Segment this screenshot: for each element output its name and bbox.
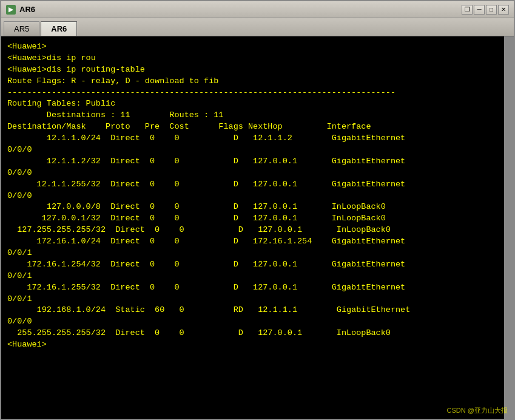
terminal-line: Routing Tables: Public (7, 98, 498, 110)
terminal-line: Destinations : 11 Routes : 11 (7, 110, 498, 121)
terminal-line: 0/0/0 (7, 316, 498, 328)
watermark: CSDN @亚力山大报 (447, 406, 508, 415)
maximize-button[interactable]: □ (486, 5, 497, 15)
terminal-line: 0/0/0 (7, 144, 498, 156)
terminal-line: 255.255.255.255/32 Direct 0 0 D 127.0.0.… (7, 328, 498, 339)
title-bar-buttons: ❐ ─ □ ✕ (462, 5, 509, 15)
tab-ar6[interactable]: AR6 (41, 21, 77, 36)
terminal-line: 127.255.255.255/32 Direct 0 0 D 127.0.0.… (7, 225, 498, 236)
minimize-button[interactable]: ─ (474, 5, 485, 15)
terminal-line: Route Flags: R - relay, D - download to … (7, 76, 498, 87)
tabs-bar: AR5 AR6 (1, 18, 514, 36)
terminal-line: <Huawei>dis ip rou (7, 53, 498, 64)
main-window: ▶ AR6 ❐ ─ □ ✕ AR5 AR6 <Huawei><Huawei>di… (0, 0, 515, 420)
terminal-line: <Huawei>dis ip routing-table (7, 64, 498, 76)
terminal-line: 172.16.1.254/32 Direct 0 0 D 127.0.0.1 G… (7, 259, 498, 271)
terminal-line: ----------------------------------------… (7, 87, 498, 99)
terminal-line: 12.1.1.255/32 Direct 0 0 D 127.0.0.1 Gig… (7, 179, 498, 191)
terminal-line: <Huawei> (7, 41, 498, 53)
terminal-line: 127.0.0.0/8 Direct 0 0 D 127.0.0.1 InLoo… (7, 202, 498, 213)
tab-ar5[interactable]: AR5 (4, 21, 39, 36)
terminal-line: 0/0/0 (7, 191, 498, 202)
close-button[interactable]: ✕ (498, 5, 509, 15)
terminal-line: 172.16.1.0/24 Direct 0 0 D 172.16.1.254 … (7, 236, 498, 248)
terminal-line: 0/0/1 (7, 248, 498, 259)
scrollbar[interactable] (504, 36, 514, 419)
terminal-line: 192.168.1.0/24 Static 60 0 RD 12.1.1.1 G… (7, 305, 498, 316)
terminal-line: 12.1.1.2/32 Direct 0 0 D 127.0.0.1 Gigab… (7, 156, 498, 168)
terminal-line: 0/0/1 (7, 294, 498, 305)
terminal-line: 12.1.1.0/24 Direct 0 0 D 12.1.1.2 Gigabi… (7, 133, 498, 144)
terminal-line: 127.0.0.1/32 Direct 0 0 D 127.0.0.1 InLo… (7, 213, 498, 225)
terminal-line: 0/0/0 (7, 168, 498, 179)
terminal-line: Destination/Mask Proto Pre Cost Flags Ne… (7, 121, 498, 133)
terminal-line: <Huawei> (7, 339, 498, 351)
window-title: AR6 (19, 5, 462, 14)
window-icon: ▶ (6, 5, 16, 15)
title-bar: ▶ AR6 ❐ ─ □ ✕ (1, 1, 514, 18)
terminal-line: 0/0/1 (7, 271, 498, 282)
terminal-line: 172.16.1.255/32 Direct 0 0 D 127.0.0.1 G… (7, 282, 498, 294)
restore-button[interactable]: ❐ (462, 5, 473, 15)
terminal-output[interactable]: <Huawei><Huawei>dis ip rou<Huawei>dis ip… (1, 36, 504, 419)
